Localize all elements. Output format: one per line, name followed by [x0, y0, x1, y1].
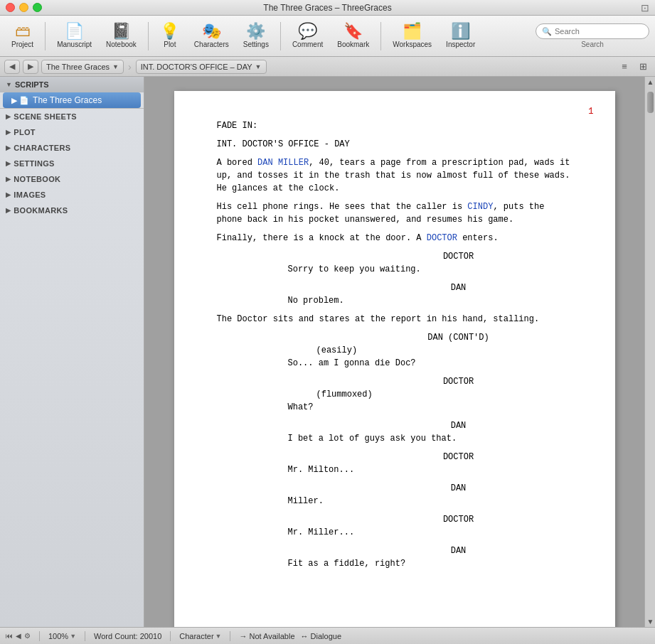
toolbar-notebook[interactable]: 📓 Notebook: [100, 21, 142, 51]
manuscript-icon: 📄: [65, 23, 84, 39]
search-input[interactable]: [555, 27, 643, 36]
window-title: The Three Graces – ThreeGraces: [263, 3, 391, 13]
scripts-section-header[interactable]: ▼ SCRIPTS: [0, 77, 144, 92]
script-speaker-dan-4: DAN: [217, 544, 573, 557]
script-dialogue-dan-5: Fit as a fiddle, right?: [217, 557, 573, 570]
toolbar-settings[interactable]: ⚙️ Settings: [238, 21, 275, 51]
search-label: Search: [581, 41, 604, 48]
characters-chevron: ▶: [6, 144, 11, 151]
toolbar-plot-label: Plot: [164, 41, 176, 48]
toolbar-bookmark-label: Bookmark: [337, 41, 369, 48]
plot-icon: 💡: [160, 23, 179, 39]
window-controls[interactable]: [6, 3, 42, 12]
element-dropdown[interactable]: Character ▼: [179, 632, 221, 640]
maximize-button[interactable]: [33, 3, 42, 12]
scroll-down-button[interactable]: ▼: [645, 616, 655, 627]
project-icon: 🗃: [15, 23, 31, 39]
sidebar-item-notebook[interactable]: ▶ NOTEBOOK: [0, 171, 144, 187]
status-sep-4: [230, 631, 230, 641]
script-action-3: Finally, there is a knock at the door. A…: [217, 232, 573, 245]
status-settings-icon[interactable]: ⚙: [24, 632, 31, 640]
script-dialogue-doctor-3: Mr. Milton...: [217, 463, 573, 476]
view-grid-button[interactable]: ⊞: [635, 60, 651, 74]
notebook-icon: 📓: [112, 23, 131, 39]
toolbar-inspector[interactable]: ℹ️ Inspector: [440, 21, 481, 51]
toolbar-project[interactable]: 🗃 Project: [6, 21, 39, 51]
word-count: Word Count: 20010: [94, 632, 161, 640]
toolbar-workspaces-label: Workspaces: [393, 41, 432, 48]
script-action-1: A bored DAN MILLER, 40, tears a page fro…: [217, 156, 573, 195]
script-speaker-dan-2: DAN: [217, 419, 573, 432]
toolbar-bookmark[interactable]: 🔖 Bookmark: [331, 21, 375, 51]
status-sep-3: [170, 631, 171, 641]
toolbar-manuscript-label: Manuscript: [57, 41, 92, 48]
script-dialogue-doctor-2: What?: [217, 401, 573, 414]
script-dialogue-dan-1: No problem.: [217, 294, 573, 307]
nav-right-buttons: ≡ ⊞: [617, 60, 651, 74]
bookmarks-chevron: ▶: [6, 207, 11, 214]
script-speaker-doctor-4: DOCTOR: [217, 513, 573, 526]
comment-icon: 💬: [298, 23, 317, 39]
sidebar-item-three-graces[interactable]: ▶ 📄 The Three Graces: [3, 92, 141, 108]
plot-label: PLOT: [14, 128, 36, 136]
status-nav-prev[interactable]: ⏮: [6, 632, 13, 640]
status-sep-1: [39, 631, 40, 641]
view-list-button[interactable]: ≡: [617, 60, 632, 74]
nav-forward-button[interactable]: ▶: [23, 60, 38, 74]
sidebar-item-bookmarks[interactable]: ▶ BOOKMARKS: [0, 203, 144, 218]
toolbar-project-label: Project: [11, 41, 33, 48]
bookmarks-label: BOOKMARKS: [14, 206, 68, 215]
script-dialogue-doctor-4: Mr. Miller...: [217, 526, 573, 539]
scrollbar-track: [645, 87, 655, 616]
script-action-4: The Doctor sits and stares at the report…: [217, 313, 573, 326]
toolbar-inspector-label: Inspector: [446, 41, 475, 48]
images-label: IMAGES: [14, 190, 46, 199]
nav-bar: ◀ ▶ The Three Graces ▼ › INT. DOCTOR'S O…: [0, 57, 655, 77]
toolbar: 🗃 Project 📄 Manuscript 📓 Notebook 💡 Plot…: [0, 16, 655, 57]
scene-dropdown[interactable]: INT. DOCTOR'S OFFICE – DAY ▼: [136, 60, 267, 74]
close-button[interactable]: [6, 3, 15, 12]
main-layout: ▼ SCRIPTS ▶ 📄 The Three Graces ▶ SCENE S…: [0, 77, 655, 627]
sidebar-item-scene-sheets[interactable]: ▶ SCENE SHEETS: [0, 109, 144, 124]
settings-chevron: ▶: [6, 160, 11, 167]
workspaces-icon: 🗂️: [403, 23, 422, 39]
toolbar-characters[interactable]: 🎭 Characters: [188, 21, 235, 51]
toolbar-workspaces[interactable]: 🗂️ Workspaces: [387, 21, 437, 51]
toolbar-manuscript[interactable]: 📄 Manuscript: [51, 21, 97, 51]
scrollbar-thumb[interactable]: [647, 92, 654, 113]
status-dialogue: ↔ Dialogue: [301, 632, 341, 640]
zoom-value: 100%: [48, 632, 68, 640]
nav-divider: ›: [128, 61, 132, 73]
page-number: 1: [588, 105, 593, 118]
script-content: FADE IN: INT. DOCTOR'S OFFICE - DAY A bo…: [217, 119, 573, 570]
toolbar-sep-2: [148, 22, 149, 50]
nav-back-button[interactable]: ◀: [4, 60, 20, 74]
status-bar: ⏮ ◀ ⚙ 100% ▼ Word Count: 20010 Character…: [0, 627, 655, 644]
status-nav-buttons: ⏮ ◀ ⚙: [6, 632, 31, 640]
element-arrow: ▼: [215, 633, 222, 640]
resize-button[interactable]: ⊡: [641, 2, 649, 14]
script-action-2: His cell phone rings. He sees that the c…: [217, 200, 573, 226]
toolbar-search-area: 🔍 Search: [536, 23, 649, 48]
scripts-section: ▼ SCRIPTS ▶ 📄 The Three Graces: [0, 77, 144, 109]
zoom-dropdown[interactable]: 100% ▼: [48, 632, 76, 640]
script-area[interactable]: 1 FADE IN: INT. DOCTOR'S OFFICE - DAY A …: [144, 77, 644, 627]
images-chevron: ▶: [6, 191, 11, 198]
status-nav-back[interactable]: ◀: [16, 632, 21, 640]
script-paren-1: (easily): [217, 344, 573, 357]
minimize-button[interactable]: [19, 3, 28, 12]
sidebar-item-images[interactable]: ▶ IMAGES: [0, 187, 144, 203]
sidebar: ▼ SCRIPTS ▶ 📄 The Three Graces ▶ SCENE S…: [0, 77, 144, 627]
script-speaker-dan-3: DAN: [217, 482, 573, 495]
script-speaker-doctor-2: DOCTOR: [217, 375, 573, 388]
search-box[interactable]: 🔍: [536, 23, 649, 39]
toolbar-notebook-label: Notebook: [106, 41, 137, 48]
script-dropdown[interactable]: The Three Graces ▼: [41, 60, 124, 74]
script-item-icon: ▶ 📄: [11, 96, 29, 105]
scroll-up-button[interactable]: ▲: [645, 77, 655, 87]
sidebar-item-plot[interactable]: ▶ PLOT: [0, 124, 144, 140]
sidebar-item-settings[interactable]: ▶ SETTINGS: [0, 156, 144, 171]
toolbar-plot[interactable]: 💡 Plot: [154, 21, 186, 51]
sidebar-item-characters[interactable]: ▶ CHARACTERS: [0, 140, 144, 156]
toolbar-comment[interactable]: 💬 Comment: [287, 21, 329, 51]
